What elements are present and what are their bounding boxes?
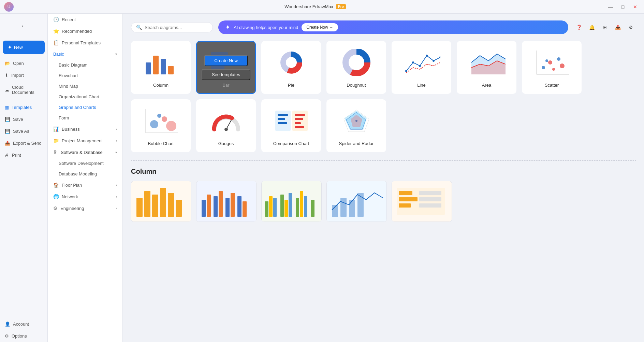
gauges-label: Gauges xyxy=(218,141,234,146)
sidebar-item-recent[interactable]: 🕐 Recent xyxy=(48,14,122,25)
maximize-button[interactable]: □ xyxy=(618,2,628,12)
settings-icon[interactable]: ⚙ xyxy=(626,22,636,32)
search-input[interactable] xyxy=(145,25,208,30)
new-button[interactable]: ✦ New xyxy=(3,41,45,54)
help-icon[interactable]: ❓ xyxy=(574,22,584,32)
section-divider xyxy=(131,160,636,161)
chart-type-scatter[interactable]: Scatter xyxy=(522,41,582,94)
recommended-icon: ⭐ xyxy=(53,28,59,34)
account-button[interactable]: 👤 Account xyxy=(0,318,47,330)
sidebar-item-recommended[interactable]: ⭐ Recommended xyxy=(48,25,122,37)
svg-rect-71 xyxy=(289,193,292,217)
svg-point-22 xyxy=(552,68,555,71)
sidebar-item-flowchart[interactable]: Flowchart xyxy=(48,70,122,81)
open-button[interactable]: 📂 Open xyxy=(0,57,47,69)
print-label: Print xyxy=(12,153,21,158)
svg-rect-58 xyxy=(207,195,211,217)
area-preview xyxy=(466,47,507,78)
svg-point-23 xyxy=(557,57,560,61)
chart-type-comparison[interactable]: Comparison Chart xyxy=(261,99,321,152)
svg-point-10 xyxy=(405,70,407,72)
sidebar-item-software-dev[interactable]: Software Development xyxy=(48,158,122,169)
sidebar-item-database-modeling[interactable]: Database Modeling xyxy=(48,169,122,179)
basic-chevron: ▾ xyxy=(115,52,117,56)
section-network[interactable]: 🌐 Network › xyxy=(48,191,122,202)
svg-point-29 xyxy=(162,116,167,122)
basic-label: Basic xyxy=(53,52,64,57)
close-button[interactable]: ✕ xyxy=(630,2,640,12)
bubble-preview xyxy=(141,105,181,136)
ai-create-now-button[interactable]: Create Now → xyxy=(302,23,338,31)
chart-type-column[interactable]: Column xyxy=(131,41,191,94)
section-floor-plan[interactable]: 🏠 Floor Plan › xyxy=(48,179,122,191)
minimize-button[interactable]: — xyxy=(606,2,615,12)
print-button[interactable]: 🖨 Print xyxy=(0,149,47,161)
account-icon: 👤 xyxy=(5,322,10,327)
svg-point-13 xyxy=(426,55,428,57)
template-card-4[interactable] xyxy=(326,181,387,222)
back-button[interactable]: ← xyxy=(5,18,43,34)
chart-type-area[interactable]: Area xyxy=(457,41,516,94)
sidebar-item-graphs-charts[interactable]: Graphs and Charts xyxy=(48,102,122,113)
grid-icon[interactable]: ⊞ xyxy=(600,22,610,32)
share-icon[interactable]: 📤 xyxy=(613,22,623,32)
svg-rect-84 xyxy=(399,197,418,201)
export-send-button[interactable]: 📤 Export & Send xyxy=(0,137,47,149)
bar-overlay: Create New See templates xyxy=(197,42,255,93)
sidebar-item-org-chart[interactable]: Organizational Chart xyxy=(48,91,122,102)
scatter-label: Scatter xyxy=(545,83,559,88)
line-label: Line xyxy=(417,83,426,88)
print-icon: 🖨 xyxy=(5,153,9,158)
business-chevron: › xyxy=(116,127,117,131)
scatter-preview xyxy=(531,47,572,78)
svg-point-31 xyxy=(157,114,161,118)
section-engineering[interactable]: ⚙ Engineering › xyxy=(48,202,122,214)
sidebar-item-personal-templates[interactable]: 📋 Personal Templates xyxy=(48,37,122,48)
template-card-3[interactable] xyxy=(261,181,322,222)
save-button[interactable]: 💾 Save xyxy=(0,113,47,125)
cloud-documents-button[interactable]: ☁ Cloud Documents xyxy=(0,81,47,98)
chart-type-bubble[interactable]: Bubble Chart xyxy=(131,99,191,152)
options-label: Options xyxy=(12,333,27,339)
sidebar-item-mind-map[interactable]: Mind Map xyxy=(48,81,122,91)
network-icon: 🌐 xyxy=(53,194,59,199)
titlebar: U Wondershare EdrawMax Pro — □ ✕ xyxy=(0,0,644,14)
sidebar-item-form[interactable]: Form xyxy=(48,113,122,123)
templates-button[interactable]: ▦ Templates xyxy=(0,101,47,113)
svg-rect-62 xyxy=(231,193,235,217)
section-project-mgmt[interactable]: 📁 Project Management › xyxy=(48,135,122,146)
import-button[interactable]: ⬇ Import xyxy=(0,69,47,81)
section-business[interactable]: 📊 Business › xyxy=(48,123,122,135)
notification-icon[interactable]: 🔔 xyxy=(587,22,597,32)
create-new-button[interactable]: Create New xyxy=(204,55,248,66)
chart-type-gauges[interactable]: Gauges xyxy=(196,99,256,152)
chart-type-line[interactable]: Line xyxy=(392,41,451,94)
section-software-db[interactable]: 🗄 Software & Database ▾ xyxy=(48,146,122,158)
svg-rect-66 xyxy=(265,201,268,217)
save-icon: 💾 xyxy=(5,117,10,122)
template-card-5[interactable] xyxy=(392,181,452,222)
avatar[interactable]: U xyxy=(4,2,14,12)
chart-type-spider[interactable]: Spider and Radar xyxy=(326,99,386,152)
svg-rect-77 xyxy=(332,205,338,217)
save-as-button[interactable]: 💾 Save As xyxy=(0,125,47,137)
svg-rect-50 xyxy=(136,198,143,217)
ai-banner-text: AI drawing helps open your mind xyxy=(234,25,298,30)
software-db-chevron: ▾ xyxy=(115,151,117,154)
see-templates-button[interactable]: See templates xyxy=(202,69,250,80)
chart-type-grid: Column Create New See templates Bar xyxy=(131,41,636,152)
options-button[interactable]: ⚙ Options xyxy=(0,330,47,342)
svg-rect-3 xyxy=(168,66,174,74)
recommended-label: Recommended xyxy=(62,29,92,34)
main-content: 🔍 ✦ AI drawing helps open your mind Crea… xyxy=(123,14,644,342)
template-card-1[interactable] xyxy=(131,181,191,222)
section-basic[interactable]: Basic ▾ xyxy=(48,48,122,60)
sidebar-item-basic-diagram[interactable]: Basic Diagram xyxy=(48,60,122,70)
open-icon: 📂 xyxy=(5,61,10,66)
template-card-2[interactable] xyxy=(196,181,257,222)
chart-type-bar[interactable]: Create New See templates Bar xyxy=(196,41,256,94)
chart-type-pie[interactable]: Pie xyxy=(261,41,321,94)
svg-rect-38 xyxy=(278,122,287,124)
cloud-icon: ☁ xyxy=(5,87,9,92)
chart-type-doughnut[interactable]: Doughnut xyxy=(326,41,386,94)
